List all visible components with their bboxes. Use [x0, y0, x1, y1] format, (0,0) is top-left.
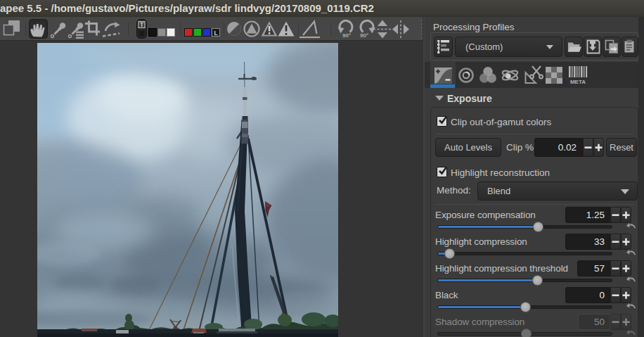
- svg-text:90°: 90°: [342, 32, 351, 39]
- svg-text:L: L: [214, 30, 217, 37]
- svg-text:90°: 90°: [360, 32, 368, 39]
- svg-text:META: META: [570, 79, 586, 85]
- svg-text:T: T: [140, 21, 144, 28]
